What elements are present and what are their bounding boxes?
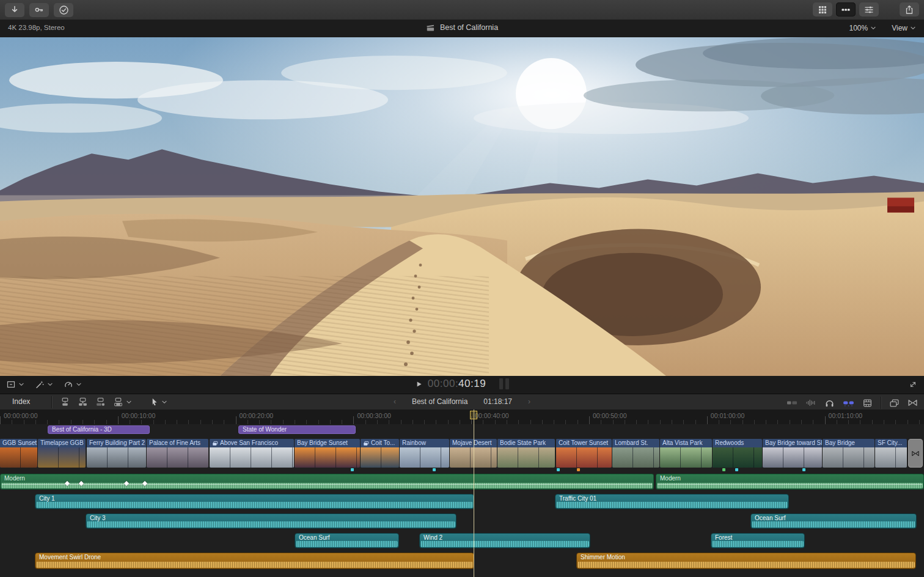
previous-project-button[interactable]: ‹: [394, 397, 396, 406]
video-clip[interactable]: Bay Bridge Sunset: [295, 439, 360, 468]
play-button[interactable]: [415, 380, 423, 388]
video-frame-desert-dunes: [0, 37, 924, 376]
list-icon: [842, 9, 850, 10]
video-clip-thumbnail: [0, 447, 37, 468]
clip-marker[interactable]: [722, 468, 725, 471]
audio-clip[interactable]: Forest: [711, 533, 805, 548]
viewer-project-title: Best of California: [440, 23, 498, 32]
audio-waveform-button[interactable]: [805, 399, 816, 407]
video-clip-name: Coit Tower Sunset: [556, 439, 612, 447]
music-clip[interactable]: Modern: [0, 474, 654, 490]
clip-marker[interactable]: [351, 468, 354, 471]
ruler-timecode-label: 00:00:30:00: [357, 412, 391, 419]
timeline-area[interactable]: Best of California - 3DState of WonderGG…: [0, 424, 924, 577]
import-arrow-icon: [13, 7, 17, 12]
video-clip[interactable]: Above San Francisco: [210, 439, 294, 468]
next-project-button[interactable]: ›: [528, 397, 530, 406]
play-icon: [417, 381, 422, 386]
timeline-project-title: Best of California: [412, 397, 468, 406]
transition-bowtie-icon: [911, 450, 920, 457]
video-clip[interactable]: Rainbow: [400, 439, 449, 468]
video-clip[interactable]: Alta Vista Park: [660, 439, 712, 468]
video-clip-name: Redwoods: [713, 439, 762, 447]
video-clip[interactable]: Bay Bridge toward SF: [763, 439, 822, 468]
music-clip[interactable]: Modern: [656, 474, 924, 490]
background-tasks-button[interactable]: [54, 3, 73, 17]
audio-waveform: [712, 541, 804, 547]
audio-meters[interactable]: [499, 378, 509, 389]
key-icon: [35, 9, 42, 12]
share-button[interactable]: [900, 2, 919, 17]
audio-waveform: [36, 502, 473, 508]
duplicate-icon: [890, 400, 898, 406]
video-clip[interactable]: Timelapse GGB: [38, 439, 86, 468]
audio-clip[interactable]: Ocean Surf: [750, 513, 917, 529]
expand-viewer-button[interactable]: [908, 380, 918, 389]
audio-clip[interactable]: City 1: [35, 494, 474, 509]
audio-clip[interactable]: Ocean Surf: [295, 533, 399, 548]
video-clip-name: Bay Bridge toward SF: [763, 439, 822, 447]
browser-filmstrip-button[interactable]: [836, 2, 856, 17]
video-clip[interactable]: Bay Bridge: [823, 439, 875, 468]
title-clip[interactable]: State of Wonder: [238, 425, 356, 434]
ruler-timecode-label: 00:01:10:00: [829, 412, 862, 419]
transitions-browser-button[interactable]: [908, 399, 918, 407]
volume-automation-line[interactable]: [658, 484, 922, 485]
clip-marker[interactable]: [433, 468, 436, 471]
timeline-view-button[interactable]: [862, 398, 873, 408]
viewer-zoom-dropdown[interactable]: 100%: [849, 24, 876, 32]
video-clip-thumbnail: [612, 447, 659, 468]
video-clip-thumbnail: [38, 447, 86, 468]
video-clip-name: Alta Vista Park: [660, 439, 712, 447]
audio-clip-name: Movement Swirl Drone: [35, 553, 474, 561]
playhead[interactable]: [474, 410, 474, 577]
audio-clip[interactable]: Traffic City 01: [555, 494, 789, 509]
video-clip-name: Rainbow: [400, 439, 449, 447]
playhead-handle[interactable]: [470, 411, 477, 419]
transition-clip[interactable]: [908, 439, 923, 468]
viewer-canvas: [0, 37, 924, 376]
video-clip-name: Timelapse GGB: [38, 439, 86, 447]
skimming-button[interactable]: [843, 399, 854, 407]
bowtie-transition-icon: [909, 400, 917, 406]
import-button[interactable]: [5, 3, 24, 17]
video-clip[interactable]: SF City...: [875, 439, 907, 468]
audio-clip[interactable]: Wind 2: [419, 533, 590, 548]
keywords-button[interactable]: [29, 3, 49, 17]
ruler-timecode-label: 00:00:50:00: [593, 412, 626, 419]
multicam-icon: [212, 441, 218, 446]
duplicate-button[interactable]: [889, 399, 900, 408]
video-clip[interactable]: Coit To...: [361, 439, 399, 468]
video-clip-name: Bodie State Park: [497, 439, 555, 447]
timeline-ruler[interactable]: 00:00:00:0000:00:10:0000:00:20:0000:00:3…: [0, 410, 924, 425]
inspector-button[interactable]: [859, 2, 879, 17]
clip-marker[interactable]: [802, 468, 805, 471]
audio-clip[interactable]: Shimmer Motion: [576, 553, 916, 569]
video-clip[interactable]: Lombard St.: [612, 439, 659, 468]
video-clip[interactable]: Coit Tower Sunset: [556, 439, 612, 468]
video-clip[interactable]: GGB Sunset: [0, 439, 37, 468]
music-clip-name: Modern: [1, 474, 653, 482]
audio-clip[interactable]: Movement Swirl Drone: [35, 553, 474, 569]
video-clip-name: SF City...: [875, 439, 907, 447]
video-clip[interactable]: Bodie State Park: [497, 439, 555, 468]
video-clip-thumbnail: [295, 447, 360, 468]
video-clip-thumbnail: [210, 447, 294, 468]
clip-appearance-button[interactable]: [787, 399, 798, 407]
audio-clip[interactable]: City 3: [86, 513, 457, 529]
audio-waveform: [752, 521, 915, 527]
clip-marker[interactable]: [577, 468, 580, 471]
audio-waveform: [578, 562, 915, 568]
video-clip[interactable]: Palace of Fine Arts: [147, 439, 208, 468]
video-clip[interactable]: Redwoods: [713, 439, 762, 468]
video-clip[interactable]: Ferry Building Part 2: [87, 439, 146, 468]
clip-marker[interactable]: [735, 468, 738, 471]
clip-marker[interactable]: [557, 468, 560, 471]
video-clip-thumbnail: [87, 447, 146, 468]
video-clip-thumbnail: [823, 447, 875, 468]
audio-skimming-button[interactable]: [824, 398, 835, 408]
title-clip[interactable]: Best of California - 3D: [48, 425, 150, 434]
viewer-view-dropdown[interactable]: View: [892, 24, 915, 32]
volume-automation-line[interactable]: [2, 484, 652, 485]
browser-grid-button[interactable]: [813, 2, 832, 17]
